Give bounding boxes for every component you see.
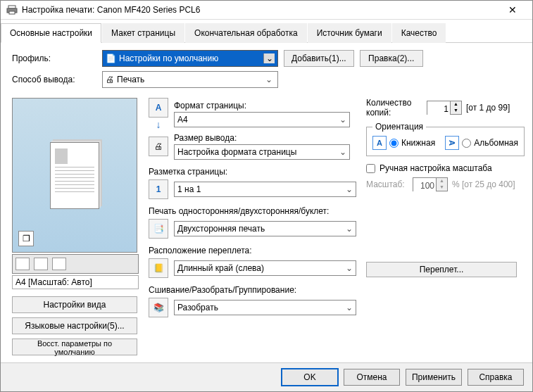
binding-select[interactable]: Длинный край (слева) ⌄ xyxy=(174,260,356,276)
finishing-label: Сшивание/Разобрать/Группирование: xyxy=(149,285,356,295)
chevron-down-icon: ⌄ xyxy=(339,147,346,157)
preview-stack-icon: ❐ xyxy=(18,231,34,246)
view-settings-button[interactable]: Настройки вида xyxy=(12,296,137,313)
profile-label: Профиль: xyxy=(12,53,96,63)
chevron-down-icon: ⌄ xyxy=(346,224,353,234)
spinner-up-icon[interactable]: ▲ xyxy=(450,101,461,108)
finishing-icon: 📚 xyxy=(149,298,168,317)
svg-rect-2 xyxy=(9,11,15,14)
profile-select[interactable]: 📄 Настройки по умолчанию ⌄ xyxy=(102,50,278,67)
window-title: Настройка печати: Canon MF420 Series PCL… xyxy=(22,5,498,15)
chevron-down-icon: ⌄ xyxy=(339,115,346,125)
binding-label: Расположение переплета: xyxy=(149,246,356,255)
help-button[interactable]: Справка xyxy=(468,369,524,386)
output-value: Печать xyxy=(117,75,144,84)
manual-scale-checkbox[interactable] xyxy=(366,164,375,173)
scale-spinner: ▲▼ xyxy=(413,177,448,191)
page-size-label: Формат страницы: xyxy=(174,101,356,110)
content-area: Профиль: 📄 Настройки по умолчанию ⌄ Доба… xyxy=(1,43,532,362)
orientation-group: Ориентация A Книжная A Альбомная xyxy=(366,122,525,156)
binding-icon: 📒 xyxy=(149,258,168,278)
restore-defaults-button[interactable]: Восст. параметры по умолчанию xyxy=(12,339,137,355)
chevron-down-icon: ⌄ xyxy=(263,53,275,63)
portrait-icon: A xyxy=(372,136,387,150)
scale-range: % [от 25 до 400] xyxy=(452,179,515,189)
tab-finishing[interactable]: Окончательная обработка xyxy=(185,23,307,43)
page-preview-icon xyxy=(50,142,99,209)
binding-value: Длинный край (слева) xyxy=(177,263,264,273)
duplex-select[interactable]: Двухсторонняя печать ⌄ xyxy=(174,221,356,236)
output-size-value: Настройка формата страницы xyxy=(177,147,296,157)
language-settings-button[interactable]: Языковые настройки(5)... xyxy=(12,317,137,334)
layout-label: Разметка страницы: xyxy=(149,167,356,177)
output-size-select[interactable]: Настройка формата страницы ⌄ xyxy=(174,144,350,160)
toolbar-icon-2[interactable] xyxy=(34,258,48,270)
binding-button[interactable]: Переплет... xyxy=(366,262,517,277)
apply-button[interactable]: Применить xyxy=(406,369,462,386)
landscape-icon: A xyxy=(445,136,459,150)
scale-label: Масштаб: xyxy=(366,179,408,189)
layout-icon: 1 xyxy=(149,179,168,199)
output-size-icon: 🖨 xyxy=(149,137,168,156)
layout-select[interactable]: 1 на 1 ⌄ xyxy=(174,182,356,197)
tab-main[interactable]: Основные настройки xyxy=(1,23,101,43)
orientation-legend: Ориентация xyxy=(372,122,426,132)
copies-input[interactable] xyxy=(427,101,450,117)
tab-page-layout[interactable]: Макет страницы xyxy=(102,23,184,43)
add-profile-button[interactable]: Добавить(1)... xyxy=(284,50,354,67)
spinner-down-icon[interactable]: ▼ xyxy=(450,108,461,114)
right-column: Количество копий: ▲▼ [от 1 до 99] Ориент… xyxy=(366,98,521,355)
preview-box: ❐ xyxy=(12,98,137,253)
output-select[interactable]: 🖨 Печать ⌄ xyxy=(102,71,278,88)
preview-column: ❐ A4 [Масштаб: Авто] Настройки вида Язык… xyxy=(12,98,139,355)
landscape-label: Альбомная xyxy=(474,138,518,148)
finishing-value: Разобрать xyxy=(177,303,218,312)
ok-button[interactable]: OK xyxy=(282,369,338,386)
toolbar-icon-1[interactable] xyxy=(15,258,30,270)
manual-scale-label: Ручная настройка масштаба xyxy=(380,163,492,173)
title-bar: Настройка печати: Canon MF420 Series PCL… xyxy=(1,1,532,20)
tab-quality[interactable]: Качество xyxy=(392,23,446,43)
chevron-down-icon: ⌄ xyxy=(346,303,353,312)
form-column: A ↓ Формат страницы: A4 ⌄ 🖨 Размер вывод… xyxy=(149,98,356,355)
duplex-label: Печать односторонняя/двухсторонняя/букле… xyxy=(149,206,356,216)
cancel-button[interactable]: Отмена xyxy=(344,369,400,386)
output-label: Способ вывода: xyxy=(12,75,96,84)
tab-paper-source[interactable]: Источник бумаги xyxy=(308,23,391,43)
page-size-select[interactable]: A4 ⌄ xyxy=(174,112,350,127)
portrait-label: Книжная xyxy=(401,138,435,148)
landscape-radio[interactable] xyxy=(462,139,471,148)
copies-label: Количество копий: xyxy=(366,98,422,118)
svg-rect-0 xyxy=(8,6,15,8)
printer-icon xyxy=(6,4,18,15)
page-size-icon: A xyxy=(149,98,168,118)
toolbar-icon-3[interactable] xyxy=(52,258,66,270)
arrow-down-icon: ↓ xyxy=(156,119,161,130)
scale-input xyxy=(413,178,436,194)
layout-value: 1 на 1 xyxy=(177,184,201,194)
copies-spinner[interactable]: ▲▼ xyxy=(427,101,462,115)
page-size-value: A4 xyxy=(177,115,188,125)
preview-info: A4 [Масштаб: Авто] xyxy=(12,275,139,289)
profile-value: Настройки по умолчанию xyxy=(119,53,218,63)
duplex-icon: 📑 xyxy=(149,219,168,239)
profile-doc-icon: 📄 xyxy=(106,53,116,63)
portrait-radio[interactable] xyxy=(389,139,399,148)
print-icon: 🖨 xyxy=(106,75,114,84)
preview-toolbar xyxy=(12,254,139,274)
duplex-value: Двухсторонняя печать xyxy=(177,224,265,234)
edit-profile-button[interactable]: Правка(2)... xyxy=(360,50,423,67)
dialog-footer: OK Отмена Применить Справка xyxy=(1,362,532,391)
chevron-down-icon: ⌄ xyxy=(346,184,353,194)
output-size-label: Размер вывода: xyxy=(174,133,356,143)
chevron-down-icon: ⌄ xyxy=(346,263,353,273)
tab-bar: Основные настройки Макет страницы Оконча… xyxy=(1,23,532,43)
close-button[interactable]: ✕ xyxy=(498,4,527,15)
copies-range: [от 1 до 99] xyxy=(466,103,510,113)
chevron-down-icon: ⌄ xyxy=(263,75,275,84)
finishing-select[interactable]: Разобрать ⌄ xyxy=(174,300,356,315)
